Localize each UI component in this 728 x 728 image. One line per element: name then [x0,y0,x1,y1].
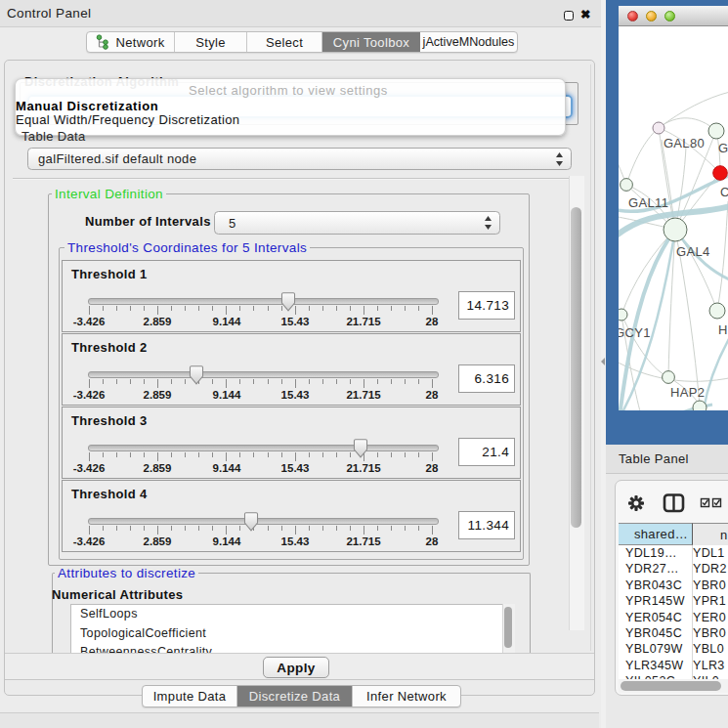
svg-text:GCY1: GCY1 [619,325,651,340]
svg-text:GAL80: GAL80 [664,136,705,150]
svg-text:HAP2: HAP2 [670,385,705,400]
svg-text:GA: GA [718,141,728,155]
svg-text:GAL11: GAL11 [628,195,668,210]
svg-text:GAL4: GAL4 [676,244,710,259]
svg-text:C: C [720,185,728,199]
svg-text:H: H [718,322,728,337]
